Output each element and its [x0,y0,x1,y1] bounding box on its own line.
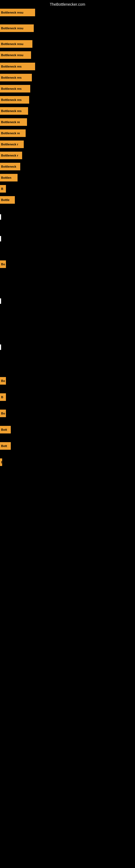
bar-label-27: B [1,461,2,464]
bar-item-0: Bottleneck resu [0,9,35,16]
bar-item-9: Bottleneck re [0,118,27,126]
bar-item-26: Bott [0,442,11,450]
bar-item-6: Bottleneck res [0,85,30,93]
bar-label-16: Bottle [1,198,9,202]
bar-label-9: Bottleneck re [1,120,20,124]
bar-label-5: Bottleneck res [1,76,21,79]
bar-label-12: Bottleneck r [1,154,18,157]
bar-item-19: Bo [0,260,6,268]
bar-label-15: B [1,187,3,190]
bar-label-3: Bottleneck resu [1,54,24,57]
bar-label-26: Bott [1,444,7,447]
bar-item-4: Bottleneck res [0,63,35,70]
bar-item-21 [0,344,1,350]
bar-item-18 [0,236,1,241]
bar-label-8: Bottleneck res [1,109,21,113]
bar-label-1: Bottleneck resu [1,27,24,30]
bar-item-1: Bottleneck resu [0,24,34,32]
bar-item-27: B [0,458,2,466]
bar-label-2: Bottleneck resu [1,42,24,45]
bar-label-22: Bo [1,379,5,382]
bar-label-13: Bottleneck [1,165,16,168]
bar-label-25: Bott [1,428,7,431]
bar-item-20 [0,299,1,304]
bar-label-0: Bottleneck resu [1,11,24,14]
bar-item-16: Bottle [0,196,15,204]
bar-label-11: Bottleneck r [1,143,18,146]
bar-item-11: Bottleneck r [0,141,24,148]
bar-item-2: Bottleneck resu [0,40,32,48]
bar-label-10: Bottleneck re [1,131,20,135]
bar-item-25: Bott [0,426,11,433]
bar-item-24: Bo [0,410,6,417]
bar-item-8: Bottleneck res [0,107,28,115]
site-title: TheBottlenecker.com [50,2,85,6]
bar-label-14: Bottlen [1,176,11,179]
bar-label-4: Bottleneck res [1,65,21,68]
bar-label-24: Bo [1,412,5,415]
bar-item-5: Bottleneck res [0,74,32,82]
bar-item-17 [0,214,1,220]
bar-item-15: B [0,185,6,193]
bar-item-23: B [0,393,6,401]
bar-label-6: Bottleneck res [1,87,21,90]
bar-label-23: B [1,396,3,399]
bar-item-22: Bo [0,377,6,384]
bar-item-13: Bottleneck [0,163,20,170]
bar-item-12: Bottleneck r [0,152,22,159]
bar-item-10: Bottleneck re [0,129,26,137]
bar-item-7: Bottleneck res [0,96,29,104]
bar-label-7: Bottleneck res [1,98,21,101]
bar-label-19: Bo [1,262,5,266]
bar-item-14: Bottlen [0,174,17,182]
bar-item-3: Bottleneck resu [0,51,31,59]
